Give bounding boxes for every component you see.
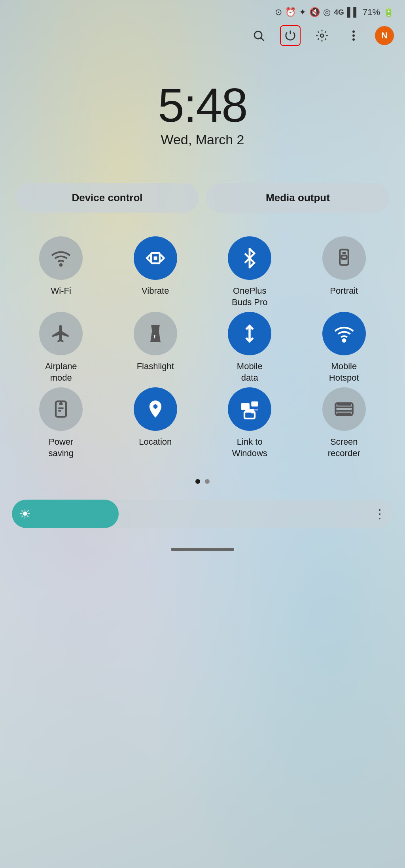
wifi-label: Wi-Fi xyxy=(51,285,71,297)
buds-label: OnePlusBuds Pro xyxy=(232,285,268,308)
location-status-icon: ⊙ xyxy=(275,7,282,17)
more-options-button[interactable] xyxy=(343,25,364,46)
quick-setting-airplane[interactable]: Airplanemode xyxy=(16,312,106,383)
signal-bars-icon: ▌▌ xyxy=(347,7,360,17)
battery-percentage: 71% xyxy=(363,7,380,17)
quick-setting-power-saving[interactable]: Powersaving xyxy=(16,387,106,459)
hotspot-label: MobileHotspot xyxy=(329,361,359,383)
flashlight-label: Flashlight xyxy=(137,361,174,372)
svg-point-2 xyxy=(320,34,324,37)
clock-section: 5:48 Wed, March 2 xyxy=(0,50,405,159)
flashlight-icon-circle xyxy=(134,312,177,355)
svg-point-6 xyxy=(60,264,62,266)
hotspot-icon-circle xyxy=(322,312,366,355)
power-saving-label: Powersaving xyxy=(48,436,74,459)
portrait-icon-circle xyxy=(322,236,366,280)
svg-rect-11 xyxy=(341,256,346,259)
airplane-icon-circle xyxy=(39,312,83,355)
svg-rect-16 xyxy=(252,402,258,407)
quick-setting-link-windows[interactable]: Link toWindows xyxy=(204,387,295,459)
mobile-data-label: Mobiledata xyxy=(237,361,263,383)
quick-action-bar: N xyxy=(0,21,405,50)
quick-setting-wifi[interactable]: Wi-Fi xyxy=(16,236,106,308)
brightness-icon: ☀ xyxy=(19,506,31,522)
portrait-label: Portrait xyxy=(330,285,358,297)
quick-setting-screen-recorder[interactable]: Screenrecorder xyxy=(299,387,390,459)
svg-point-0 xyxy=(254,31,262,39)
svg-point-13 xyxy=(343,339,346,342)
link-windows-label: Link toWindows xyxy=(232,436,267,459)
bluetooth-icon-circle xyxy=(228,236,271,280)
quick-setting-buds[interactable]: OnePlusBuds Pro xyxy=(204,236,295,308)
svg-rect-15 xyxy=(241,403,250,410)
clock-time: 5:48 xyxy=(0,81,405,129)
page-dots xyxy=(0,467,405,492)
screen-recorder-icon-circle xyxy=(322,387,366,431)
brightness-fill: ☀ xyxy=(12,500,119,528)
vibrate-label: Vibrate xyxy=(142,285,169,297)
quick-setting-portrait[interactable]: Portrait xyxy=(299,236,390,308)
home-bar xyxy=(171,548,234,551)
page-dot-2 xyxy=(205,479,210,484)
bluetooth-status-icon: ✦ xyxy=(299,7,306,17)
wifi-icon-circle xyxy=(39,236,83,280)
mute-icon: 🔇 xyxy=(309,7,320,17)
quick-setting-flashlight[interactable]: Flashlight xyxy=(110,312,201,383)
4g-icon: 4G xyxy=(334,8,344,17)
clock-date: Wed, March 2 xyxy=(0,132,405,147)
quick-settings-grid: Wi-Fi Vibrate OnePlusBuds xyxy=(0,228,405,467)
power-button[interactable] xyxy=(280,25,301,46)
settings-button[interactable] xyxy=(312,25,332,46)
svg-point-5 xyxy=(352,38,355,41)
brightness-bar[interactable]: ☀ ⋮ xyxy=(12,500,393,528)
brightness-menu-button[interactable]: ⋮ xyxy=(373,506,386,521)
svg-line-1 xyxy=(261,38,264,41)
home-indicator xyxy=(0,540,405,555)
location-label: Location xyxy=(139,436,172,448)
quick-setting-hotspot[interactable]: MobileHotspot xyxy=(299,312,390,383)
vibrate-icon-circle xyxy=(134,236,177,280)
user-avatar[interactable]: N xyxy=(375,26,394,45)
nfc-icon: ◎ xyxy=(323,7,331,17)
alarm-icon: ⏰ xyxy=(285,7,296,17)
airplane-label: Airplanemode xyxy=(45,361,77,383)
svg-point-3 xyxy=(352,30,355,33)
brightness-bar-container[interactable]: ☀ ⋮ xyxy=(0,492,405,540)
control-buttons: Device control Media output xyxy=(0,159,405,228)
screen-recorder-label: Screenrecorder xyxy=(328,436,360,459)
quick-setting-mobile-data[interactable]: Mobiledata xyxy=(204,312,295,383)
link-windows-icon-circle xyxy=(228,387,271,431)
media-output-button[interactable]: Media output xyxy=(206,183,389,213)
svg-point-4 xyxy=(352,34,355,37)
page-dot-1 xyxy=(195,479,200,484)
battery-icon: 🔋 xyxy=(383,7,394,17)
device-control-button[interactable]: Device control xyxy=(16,183,199,213)
power-saving-icon-circle xyxy=(39,387,83,431)
search-button[interactable] xyxy=(248,25,269,46)
mobile-data-icon-circle xyxy=(228,312,271,355)
location-icon-circle xyxy=(134,387,177,431)
status-bar: ⊙ ⏰ ✦ 🔇 ◎ 4G ▌▌ 71% 🔋 xyxy=(0,0,405,21)
status-icons: ⊙ ⏰ ✦ 🔇 ◎ 4G ▌▌ 71% 🔋 xyxy=(275,7,394,17)
quick-setting-location[interactable]: Location xyxy=(110,387,201,459)
quick-setting-vibrate[interactable]: Vibrate xyxy=(110,236,201,308)
